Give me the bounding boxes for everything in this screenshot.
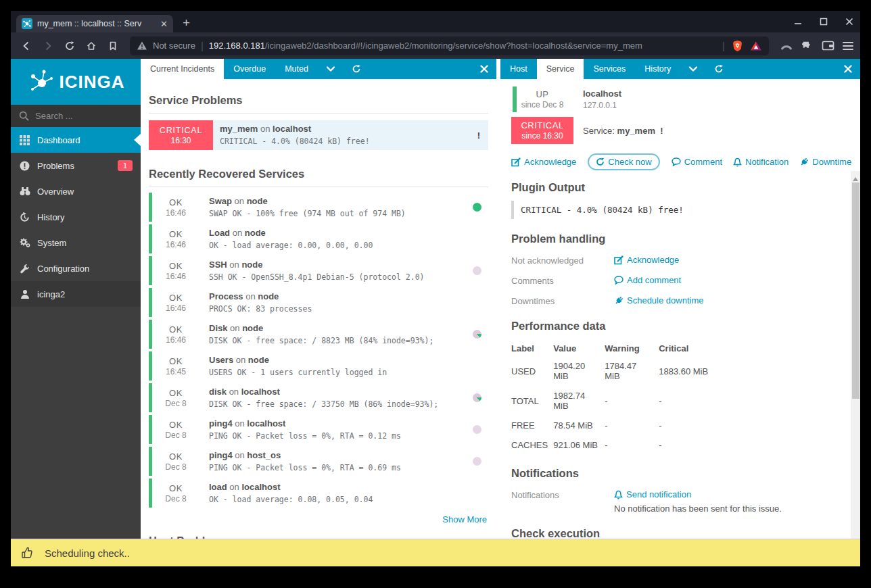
incidents-panel: Current IncidentsOverdueMuted Service Pr… bbox=[141, 59, 496, 539]
favicon-icinga-icon bbox=[22, 18, 32, 29]
incidents-refresh-icon[interactable] bbox=[344, 59, 369, 79]
window-maximize-button[interactable] bbox=[820, 18, 828, 26]
scrollbar-thumb[interactable] bbox=[852, 182, 860, 399]
row-title: disk on localhost bbox=[209, 387, 458, 397]
incidents-dropdown-chevron-icon[interactable] bbox=[318, 59, 344, 79]
icinga-logo[interactable]: ICINGA bbox=[11, 59, 141, 105]
service-state-since: since 16:30 bbox=[521, 131, 563, 141]
url-host: 192.168.0.181 bbox=[209, 41, 265, 51]
detail-scrollbar[interactable] bbox=[851, 171, 860, 539]
row-time: 16:46 bbox=[166, 208, 186, 218]
sidebar-item-label: Configuration bbox=[37, 264, 89, 274]
reload-button[interactable] bbox=[61, 37, 78, 55]
wallet-icon[interactable] bbox=[822, 40, 834, 51]
check-execution-heading: Check execution bbox=[511, 527, 837, 539]
row-time: 16:46 bbox=[166, 335, 186, 345]
recovered-row-disk-localhost[interactable]: OKDec 8disk on localhostDISK OK - free s… bbox=[149, 383, 488, 412]
sidebar-item-history[interactable]: History bbox=[11, 204, 141, 230]
recovered-row-SSH-node[interactable]: OK16:46SSH on nodeSSH OK - OpenSSH_8.4p1… bbox=[149, 256, 488, 285]
home-button[interactable] bbox=[83, 37, 100, 55]
sidebar-item-system[interactable]: System bbox=[11, 230, 141, 255]
green-state-dot bbox=[473, 203, 481, 212]
url-path: /icingaweb2/dashboard#!/icingaweb2/monit… bbox=[265, 41, 642, 51]
tab-overdue[interactable]: Overdue bbox=[224, 59, 275, 79]
toast-notification[interactable]: Scheduling check.. bbox=[11, 539, 860, 566]
sidebar-item-icinga2[interactable]: icinga2 bbox=[11, 281, 141, 307]
sidebar-item-label: Overview bbox=[37, 187, 74, 197]
back-button[interactable] bbox=[18, 37, 35, 55]
forward-button[interactable] bbox=[39, 37, 57, 55]
incidents-close-icon[interactable] bbox=[472, 59, 496, 79]
menu-icon[interactable] bbox=[843, 40, 853, 52]
recovered-row-Users-node[interactable]: OK16:45Users on nodeUSERS OK - 1 users c… bbox=[149, 351, 488, 381]
bat-rewards-icon[interactable] bbox=[750, 41, 762, 51]
schedule-downtime-link[interactable]: Schedule downtime bbox=[614, 295, 703, 305]
plugin-output-text: CRITICAL - 4.0% (80424 kB) free! bbox=[511, 201, 837, 219]
tab-close-icon[interactable]: ✕ bbox=[160, 19, 168, 29]
dashboard-icon bbox=[19, 135, 30, 145]
tab-host[interactable]: Host bbox=[500, 59, 537, 79]
sidebar-item-problems[interactable]: Problems1 bbox=[11, 153, 141, 178]
recovered-row-Disk-node[interactable]: OK16:46Disk on nodeDISK OK - free space:… bbox=[149, 320, 488, 349]
row-output: OK - load average: 0.00, 0.00, 0.00 bbox=[209, 241, 458, 250]
host-name[interactable]: localhost bbox=[583, 89, 621, 99]
comment-button[interactable]: Comment bbox=[672, 157, 722, 167]
service-problem-row[interactable]: CRITICAL 16:30 my_mem on localhost CRITI… bbox=[149, 120, 488, 150]
row-time: 16:46 bbox=[166, 240, 186, 249]
show-more-link[interactable]: Show More bbox=[442, 514, 487, 524]
critical-state-time: 16:30 bbox=[170, 136, 191, 145]
tab-muted[interactable]: Muted bbox=[275, 59, 318, 79]
service-detail-panel: HostServiceServicesHistory UP since Dec … bbox=[500, 59, 860, 539]
notifications-note: No notification has been sent for this i… bbox=[614, 504, 782, 514]
recovered-row-ping4-localhost[interactable]: OKDec 8ping4 on localhostPING OK - Packe… bbox=[149, 415, 488, 444]
row-state: OK bbox=[169, 293, 183, 303]
tab-service[interactable]: Service bbox=[537, 59, 584, 79]
sidebar-item-overview[interactable]: Overview bbox=[11, 178, 141, 204]
sidebar-item-dashboard[interactable]: Dashboard bbox=[11, 127, 141, 153]
row-state: OK bbox=[169, 324, 183, 335]
add-comment-link[interactable]: Add comment bbox=[614, 275, 681, 285]
notifications-label: Notifications bbox=[511, 489, 614, 500]
row-state: OK bbox=[169, 420, 183, 430]
check-now-button[interactable]: Check now bbox=[588, 153, 659, 170]
tab-current-incidents[interactable]: Current Incidents bbox=[141, 59, 224, 79]
detail-dropdown-chevron-icon[interactable] bbox=[680, 59, 706, 79]
brave-shield-icon[interactable] bbox=[732, 40, 743, 52]
url-bar[interactable]: Not secure | 192.168.0.181/icingaweb2/da… bbox=[130, 36, 769, 55]
new-tab-button[interactable]: + bbox=[183, 16, 190, 30]
recovered-row-load-localhost[interactable]: OKDec 8load on localhostOK - load averag… bbox=[149, 479, 488, 508]
sidebar: ICINGA DashboardProblems1OverviewHistory… bbox=[11, 59, 141, 539]
browser-titlebar: my_mem :: localhost :: Serv ✕ + bbox=[11, 11, 860, 32]
row-output: SSH OK - OpenSSH_8.4p1 Debian-5 (protoco… bbox=[209, 272, 458, 282]
scrollbar-up-arrow[interactable] bbox=[853, 174, 858, 181]
tab-services[interactable]: Services bbox=[584, 59, 635, 79]
sidebar-item-label: System bbox=[37, 238, 66, 248]
acknowledge-button[interactable]: Acknowledge bbox=[511, 157, 576, 167]
downtime-button[interactable]: Downtime bbox=[799, 157, 851, 167]
acknowledge-link[interactable]: Acknowledge bbox=[614, 255, 679, 265]
recovered-row-Load-node[interactable]: OK16:46Load on nodeOK - load average: 0.… bbox=[149, 224, 488, 253]
tab-history[interactable]: History bbox=[635, 59, 680, 79]
notification-button[interactable]: Notification bbox=[733, 157, 788, 167]
detail-tabbar: HostServiceServicesHistory bbox=[500, 59, 860, 79]
detail-refresh-icon[interactable] bbox=[706, 59, 732, 79]
sidebar-extension-icon[interactable] bbox=[780, 40, 793, 52]
recovered-row-Process-node[interactable]: OK16:46Process on nodePROCS OK: 83 proce… bbox=[149, 288, 488, 317]
bookmark-button[interactable] bbox=[104, 37, 122, 55]
recovered-row-Swap-node[interactable]: OK16:46Swap on nodeSWAP OK - 100% free (… bbox=[149, 193, 488, 222]
sidebar-search[interactable] bbox=[11, 105, 141, 127]
problem-handling-row-comments: CommentsAdd comment bbox=[511, 275, 837, 286]
send-notification-link[interactable]: Send notification bbox=[614, 489, 782, 499]
recovered-row-ping4-host_os[interactable]: OKDec 8ping4 on host_osPING OK - Packet … bbox=[149, 447, 488, 476]
window-minimize-button[interactable] bbox=[794, 18, 802, 26]
acknowledge-icon bbox=[511, 157, 521, 167]
search-input[interactable] bbox=[35, 111, 123, 121]
extensions-puzzle-icon[interactable] bbox=[801, 40, 814, 52]
row-title: ping4 on localhost bbox=[209, 418, 458, 428]
detail-close-icon[interactable] bbox=[836, 59, 860, 79]
recovered-heading: Recently Recovered Services bbox=[149, 168, 488, 187]
pink-state-dot bbox=[473, 266, 481, 275]
sidebar-item-configuration[interactable]: Configuration bbox=[11, 255, 141, 281]
browser-tab[interactable]: my_mem :: localhost :: Serv ✕ bbox=[16, 15, 173, 32]
window-close-button[interactable] bbox=[845, 18, 853, 26]
